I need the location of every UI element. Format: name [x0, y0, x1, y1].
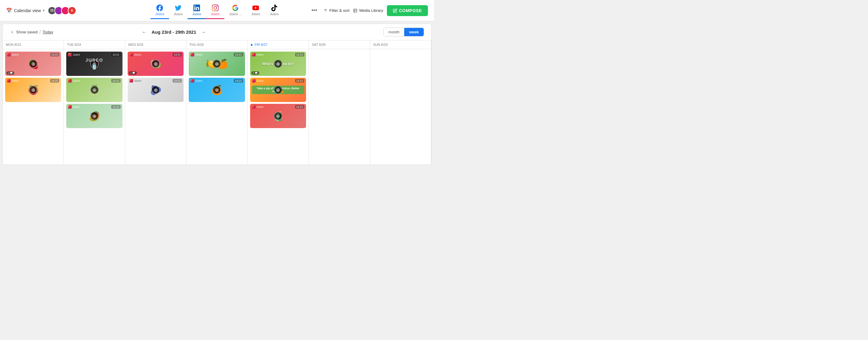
view-toggle: month week: [383, 28, 424, 36]
add-to-queue-button[interactable]: ⊕: [274, 86, 282, 94]
time-badge: 14:21: [173, 53, 182, 57]
post-card[interactable]: What's it gonna be? Jusco 14:21 ⊕ 2 💬: [250, 52, 306, 76]
post-card[interactable]: 🍈 Jusco 14:21 ⊕: [66, 78, 122, 102]
instagram-icon: [191, 53, 194, 57]
tab-tiktok[interactable]: Jusco: [265, 2, 284, 19]
next-week-button[interactable]: →: [201, 29, 206, 35]
post-card[interactable]: Take a sip of Jusco citrus. Better now? …: [250, 78, 306, 102]
media-library-button[interactable]: Media Library: [353, 8, 383, 13]
add-to-queue-button[interactable]: ⊕: [212, 86, 221, 94]
day-col-tue: JUSCO 🥤 Jusco 14:21 ⊕ 🍈: [64, 49, 125, 165]
media-library-label: Media Library: [359, 8, 383, 13]
linkedin-icon: [193, 4, 200, 11]
instagram-icon: [191, 79, 194, 82]
calendar-view-button[interactable]: 📅 Calendar view ▾: [6, 8, 45, 13]
twitter-icon: [175, 4, 182, 11]
more-button[interactable]: •••: [309, 6, 320, 15]
tab-tiktok-label: Jusco: [270, 12, 279, 16]
post-card[interactable]: 🍋🍊 Jusco 14:21 ⊕: [189, 52, 245, 76]
brand-name: Jusco: [191, 79, 203, 82]
day-header-mon: MON 8/23: [3, 40, 64, 49]
time-badge: 14:21: [50, 79, 60, 82]
post-card[interactable]: 🍊 Jusco 14:21 ⊕: [189, 78, 245, 102]
card-header: Jusco 14:21: [5, 52, 61, 58]
filter-sort-label: Filter & sort: [330, 8, 349, 13]
avatar-a[interactable]: A: [68, 6, 76, 15]
tab-twitter[interactable]: Jusco: [169, 2, 188, 19]
tab-linkedin[interactable]: Jusco: [188, 2, 206, 19]
time-badge: 14:21: [234, 79, 243, 82]
compose-button[interactable]: COMPOSE: [387, 5, 428, 16]
post-card[interactable]: 🍓 Jusco 14:21 ⊕ 1 💬: [5, 52, 61, 76]
month-view-button[interactable]: month: [383, 28, 404, 36]
instagram-icon: [252, 79, 256, 82]
filter-sort-button[interactable]: Filter & sort: [323, 8, 349, 13]
date-range: Aug 23rd - 29th 2021: [152, 29, 196, 35]
add-to-queue-button[interactable]: ⊕: [90, 112, 99, 120]
calendar-view-label: Calendar view: [14, 8, 41, 13]
card-header: Jusco 14:21: [66, 104, 122, 110]
time-badge: 14:21: [295, 79, 305, 82]
add-to-queue-button[interactable]: ⊕: [151, 60, 160, 68]
today-button[interactable]: Today: [42, 30, 53, 34]
date-navigation: ← Aug 23rd - 29th 2021 →: [142, 29, 206, 35]
card-header: Jusco 14:21: [250, 78, 306, 84]
day-header-tue: TUE 8/24: [64, 40, 125, 49]
brand-name: Jusco: [191, 53, 203, 57]
compose-label: COMPOSE: [399, 8, 422, 13]
google-icon: [232, 4, 239, 11]
tab-google-label: Jusco ...: [229, 12, 242, 16]
day-header-sun: SUN 8/29: [370, 40, 431, 49]
separator: /: [39, 29, 41, 35]
add-to-queue-button[interactable]: ⊕: [29, 86, 37, 94]
card-header: Jusco 14:21: [5, 78, 61, 84]
top-navigation: 📅 Calendar view ▾ 15 A Jusco Jusco: [0, 0, 434, 21]
day-col-wed: 🍉 Jusco 14:21 ⊕ 2 💬 🫐: [125, 49, 186, 165]
post-card[interactable]: 🥭 Jusco 14:21 ⊕: [66, 104, 122, 128]
show-saved-button[interactable]: Show saved: [10, 30, 38, 34]
youtube-icon: [252, 4, 259, 11]
tab-facebook-label: Jusco: [155, 12, 164, 16]
post-card[interactable]: 🧃 Jusco 14:21 ⊕: [250, 104, 306, 128]
day-col-sun: [370, 49, 431, 165]
post-card[interactable]: JUSCO 🥤 Jusco 14:21 ⊕: [66, 52, 122, 76]
card-header: Jusco 14:21: [66, 52, 122, 58]
brand-name: Jusco: [68, 53, 80, 57]
svg-rect-3: [354, 9, 357, 12]
nav-right: ••• Filter & sort Media Library COMPOSE: [309, 5, 428, 16]
tab-instagram[interactable]: Jusco: [206, 2, 225, 19]
instagram-icon: [7, 79, 11, 82]
instagram-icon: [129, 79, 133, 82]
card-header: Jusco 14:21: [189, 78, 245, 84]
calendar-grid: 🍓 Jusco 14:21 ⊕ 1 💬 🍑: [3, 49, 431, 165]
day-header-sat: SAT 8/28: [309, 40, 370, 49]
count-badge: 2 💬: [251, 71, 259, 75]
tab-instagram-label: Jusco: [211, 12, 220, 16]
tiktok-icon: [271, 4, 278, 11]
show-saved-label: Show saved: [16, 30, 38, 34]
add-to-queue-button[interactable]: ⊕: [274, 60, 282, 68]
tab-google[interactable]: Jusco ...: [224, 2, 246, 19]
card-header: Jusco 14:21: [250, 52, 306, 58]
brand-name: Jusco: [68, 79, 80, 82]
time-badge: 14:21: [111, 105, 121, 109]
post-card[interactable]: 🍉 Jusco 14:21 ⊕ 2 💬: [128, 52, 184, 76]
add-to-queue-button[interactable]: ⊕: [212, 60, 221, 68]
add-to-queue-button[interactable]: ⊕: [274, 112, 282, 120]
tab-facebook[interactable]: Jusco: [150, 2, 169, 19]
tab-youtube[interactable]: Jusco: [246, 2, 265, 19]
week-label: week: [409, 30, 419, 34]
add-to-queue-button[interactable]: ⊕: [151, 86, 160, 94]
week-view-button[interactable]: week: [404, 28, 424, 36]
day-header-wed: WED 8/25: [125, 40, 186, 49]
instagram-icon: [212, 4, 219, 11]
add-to-queue-button[interactable]: ⊕: [90, 86, 99, 94]
prev-week-button[interactable]: ←: [142, 29, 147, 35]
add-to-queue-button[interactable]: ⊕: [29, 60, 37, 68]
brand-name: Jusco: [252, 79, 264, 82]
post-card[interactable]: 🍑 Jusco 14:21 ⊕: [5, 78, 61, 102]
brand-name: Jusco: [68, 105, 80, 109]
instagram-icon: [68, 105, 72, 109]
brand-name: Jusco: [129, 53, 141, 57]
post-card[interactable]: 🫐 Jusco 14:21 ⊕: [128, 78, 184, 102]
